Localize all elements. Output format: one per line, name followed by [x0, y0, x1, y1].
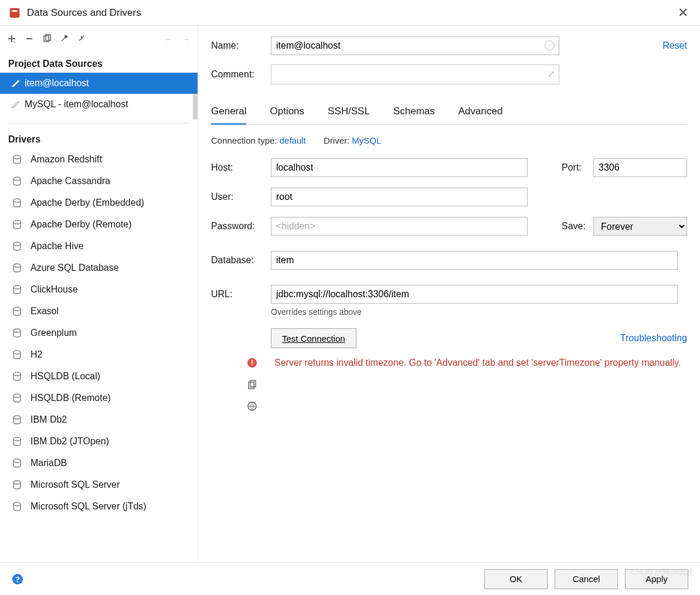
copy-icon[interactable]	[41, 33, 53, 45]
svg-point-7	[13, 242, 21, 246]
driver-item[interactable]: H2	[0, 344, 198, 365]
driver-item[interactable]: Apache Derby (Embedded)	[0, 192, 198, 213]
driver-icon	[11, 413, 23, 426]
svg-point-4	[13, 177, 21, 181]
driver-item[interactable]: Amazon Redshift	[0, 148, 198, 170]
app-icon	[8, 6, 21, 19]
user-input[interactable]	[271, 188, 528, 206]
url-note: Overrides settings above	[271, 307, 687, 317]
url-label: URL:	[211, 289, 271, 300]
tab-general[interactable]: General	[211, 100, 246, 125]
driver-label: Greenplum	[30, 328, 77, 338]
forward-icon[interactable]: →	[180, 33, 192, 45]
wrench-icon[interactable]	[59, 33, 70, 45]
driver-label: Apache Cassandra	[30, 176, 110, 186]
globe-icon[interactable]	[247, 401, 257, 413]
password-label: Password:	[211, 221, 271, 232]
svg-rect-0	[10, 8, 20, 18]
svg-point-14	[13, 394, 21, 397]
troubleshooting-link[interactable]: Troubleshooting	[620, 333, 687, 344]
tab-advanced[interactable]: Advanced	[458, 100, 503, 124]
copy-icon[interactable]	[247, 379, 257, 392]
tab-options[interactable]: Options	[270, 100, 304, 124]
port-label: Port:	[562, 162, 593, 173]
svg-point-13	[13, 372, 21, 376]
add-icon[interactable]	[6, 33, 18, 45]
error-icon: !	[247, 358, 257, 370]
driver-label: Apache Derby (Remote)	[30, 219, 132, 230]
driver-item[interactable]: Microsoft SQL Server (jTds)	[0, 495, 198, 517]
driver-item[interactable]: Microsoft SQL Server	[0, 474, 198, 495]
comment-input[interactable]: ⤢	[271, 64, 559, 84]
test-connection-button[interactable]: Test Connection	[271, 328, 356, 348]
footer: ? OK Cancel Apply	[0, 562, 700, 595]
ok-button[interactable]: OK	[484, 569, 548, 589]
close-icon[interactable]: ✕	[674, 5, 692, 21]
database-input[interactable]	[271, 251, 678, 270]
driver-item[interactable]: ClickHouse	[0, 278, 198, 300]
connection-info: Connection type: default Driver: MySQL	[211, 135, 687, 145]
reset-link[interactable]: Reset	[662, 40, 687, 51]
driver-icon	[11, 348, 23, 361]
tab-schemas[interactable]: Schemas	[393, 100, 435, 124]
svg-point-18	[13, 481, 21, 484]
driver-item[interactable]: Apache Cassandra	[0, 170, 198, 192]
driver-item[interactable]: MariaDB	[0, 452, 198, 474]
save-select[interactable]: Forever	[593, 217, 687, 236]
remove-icon[interactable]	[23, 33, 35, 45]
password-input[interactable]	[271, 217, 528, 236]
expand-icon[interactable]: ⤢	[548, 69, 555, 79]
driver-item[interactable]: Apache Derby (Remote)	[0, 213, 198, 235]
conn-type-value[interactable]: default	[280, 135, 306, 145]
back-icon[interactable]: ←	[162, 33, 174, 45]
help-icon[interactable]: ?	[12, 573, 23, 585]
driver-item[interactable]: Greenplum	[0, 322, 198, 344]
driver-item[interactable]: Exasol	[0, 300, 198, 322]
tab-ssh-ssl[interactable]: SSH/SSL	[328, 100, 370, 124]
datasource-item[interactable]: MySQL - item@localhost	[0, 94, 198, 115]
driver-item[interactable]: HSQLDB (Local)	[0, 365, 198, 387]
feather-icon	[11, 100, 20, 109]
url-input[interactable]	[271, 285, 678, 304]
driver-item[interactable]: Apache Hive	[0, 235, 198, 257]
svg-point-6	[13, 220, 21, 224]
driver-label: IBM Db2 (JTOpen)	[30, 436, 109, 447]
name-label: Name:	[211, 40, 271, 51]
window-title: Data Sources and Drivers	[27, 7, 141, 19]
conn-type-label: Connection type:	[211, 135, 277, 145]
svg-point-11	[13, 329, 21, 332]
driver-value[interactable]: MySQL	[352, 135, 381, 145]
database-label: Database:	[211, 255, 271, 266]
comment-label: Comment:	[211, 69, 271, 80]
color-ring-icon[interactable]	[545, 40, 555, 50]
error-message: Server returns invalid timezone. Go to '…	[274, 356, 681, 413]
name-input[interactable]	[271, 36, 559, 55]
revert-icon[interactable]	[76, 33, 88, 45]
driver-item[interactable]: IBM Db2 (JTOpen)	[0, 430, 198, 452]
driver-label: Driver:	[324, 135, 349, 145]
main-panel: Name: Reset Comment: ⤢ General Options S…	[198, 26, 700, 562]
host-input[interactable]	[271, 158, 528, 177]
driver-icon	[11, 240, 23, 253]
datasource-item[interactable]: item@localhost	[0, 73, 198, 94]
port-input[interactable]	[593, 158, 687, 177]
driver-label: HSQLDB (Remote)	[30, 393, 111, 403]
driver-icon	[11, 392, 23, 404]
driver-label: ClickHouse	[30, 284, 78, 295]
titlebar: Data Sources and Drivers ✕	[0, 0, 700, 26]
cancel-button[interactable]: Cancel	[555, 569, 618, 589]
driver-icon	[11, 175, 23, 188]
driver-label: Apache Derby (Embedded)	[30, 198, 144, 208]
driver-item[interactable]: HSQLDB (Remote)	[0, 387, 198, 409]
driver-icon	[11, 153, 23, 166]
driver-icon	[11, 478, 23, 491]
svg-rect-22	[249, 382, 254, 389]
driver-item[interactable]: IBM Db2	[0, 409, 198, 430]
driver-icon	[11, 370, 23, 383]
driver-item[interactable]: Azure SQL Database	[0, 257, 198, 278]
datasource-label: item@localhost	[25, 78, 89, 89]
sidebar: ← → Project Data Sources item@localhost …	[0, 26, 198, 562]
svg-point-16	[13, 437, 21, 441]
svg-point-17	[13, 459, 21, 463]
driver-icon	[11, 196, 23, 209]
